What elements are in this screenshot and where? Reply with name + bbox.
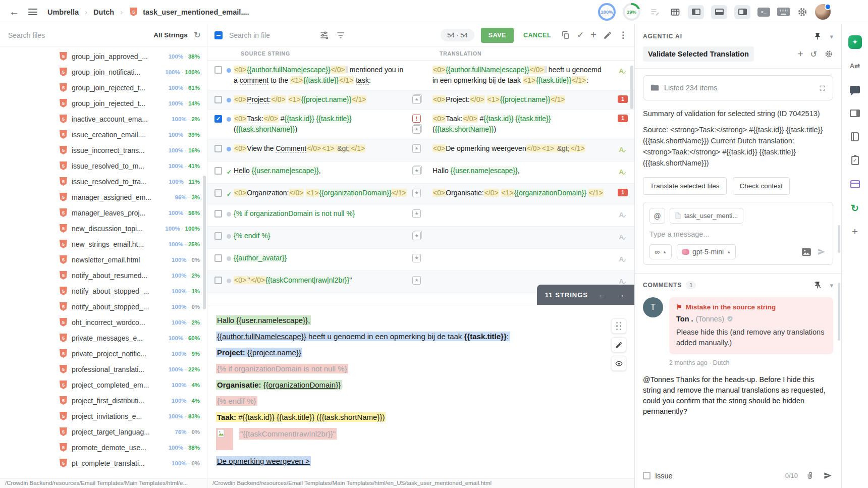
- qa-issues-badge[interactable]: 1: [618, 189, 628, 196]
- search-in-file-input[interactable]: [229, 31, 312, 39]
- layout-bottom-panel-button[interactable]: [711, 5, 727, 19]
- string-row[interactable]: <0>View the Comment</0><1> &gt;</1>★<0>D…: [207, 139, 634, 161]
- string-row[interactable]: ✓<0>Organization:</0> <1>{{organizationD…: [207, 184, 634, 204]
- comment-issue-icon[interactable]: !: [412, 115, 421, 123]
- row-checkbox[interactable]: [214, 167, 222, 175]
- preview-line[interactable]: {% if organizationDomain is not null %}: [216, 363, 604, 374]
- attach-file-icon[interactable]: [805, 471, 814, 480]
- tm-suggestion-icon[interactable]: ★: [412, 276, 421, 285]
- preview-line[interactable]: {% endif %}: [216, 396, 604, 406]
- file-item[interactable]: 5group_join_rejected_t...100%·61%: [0, 80, 207, 95]
- expand-icon[interactable]: [819, 85, 826, 91]
- new-chat-icon[interactable]: +: [797, 48, 803, 60]
- file-item[interactable]: 5new_discussion_topi...100%·100%: [0, 221, 207, 236]
- comments-panel-icon[interactable]: [847, 82, 862, 97]
- string-row[interactable]: <0>{{author.fullName|escape}}</0>mention…: [207, 61, 634, 90]
- source-string-cell[interactable]: <0>{{author.fullName|escape}}</0>mention…: [234, 65, 412, 86]
- row-checkbox[interactable]: [214, 232, 222, 240]
- file-item[interactable]: 5newsletter_email.html100%·0%: [0, 252, 207, 267]
- cancel-button[interactable]: CANCEL: [520, 28, 554, 43]
- file-item[interactable]: 5group_join_notificati...100%·100%: [0, 64, 207, 80]
- string-row[interactable]: <0>Project:</0> <1>{{project.name}}</1>★…: [207, 90, 634, 110]
- row-checkbox[interactable]: [214, 210, 222, 218]
- strings-filter-dropdown[interactable]: All Strings: [153, 31, 188, 39]
- settings-gear-icon[interactable]: [797, 7, 808, 18]
- add-panel-icon[interactable]: +: [847, 224, 862, 239]
- ai-panel-scrollbar[interactable]: [838, 225, 840, 253]
- source-string-cell[interactable]: {% endif %}: [234, 231, 412, 244]
- comments-collapse-chevron-icon[interactable]: ▾: [830, 282, 833, 289]
- send-comment-icon[interactable]: [823, 471, 833, 480]
- source-string-cell[interactable]: {% if organizationDomain is not null %}: [234, 208, 412, 222]
- duplicate-icon[interactable]: ★: [412, 167, 421, 175]
- file-item[interactable]: 5inactive_account_ema...100%·2%: [0, 111, 207, 127]
- preview-line[interactable]: {{author.fullNamelescape}} heeft u genoe…: [216, 331, 604, 342]
- unpin-icon[interactable]: [813, 281, 822, 289]
- tm-suggestion-icon[interactable]: ★: [412, 209, 421, 218]
- preview-line[interactable]: Taak: #{{task.id}} {{task.title}} ({{tas…: [216, 412, 604, 422]
- comment-author[interactable]: Ton .: [676, 315, 693, 323]
- source-string-cell[interactable]: <0>Task:</0> #{{task.id}} {{task.title}}…: [234, 114, 412, 135]
- source-string-cell[interactable]: <0>"</0>{{taskComment|raw|nl2br}}": [234, 275, 412, 289]
- issue-checkbox[interactable]: [643, 472, 650, 479]
- tm-suggestion-icon[interactable]: ★: [412, 144, 421, 153]
- source-string-cell[interactable]: <0>Organization:</0> <1>{{organizationDo…: [234, 188, 412, 200]
- pin-icon[interactable]: [813, 32, 822, 40]
- file-item[interactable]: 5issue_resolved_to_tra...100%·11%: [0, 174, 207, 189]
- translate-selected-files-button[interactable]: Translate selected files: [643, 177, 727, 195]
- file-item[interactable]: 5notify_about_resumed...100%·2%: [0, 267, 207, 283]
- file-item[interactable]: 5project_invitations_e...100%·83%: [0, 408, 207, 424]
- preview-line[interactable]: Hallo {{user.namelescape}},: [216, 315, 604, 326]
- layout-left-panel-button[interactable]: [688, 5, 704, 19]
- source-string-cell[interactable]: {{author_avatar}}: [234, 253, 412, 266]
- breadcrumb-language[interactable]: Dutch: [93, 8, 114, 16]
- translation-cell[interactable]: [432, 231, 611, 244]
- console-icon[interactable]: >_: [757, 8, 770, 17]
- glossary-icon[interactable]: [847, 129, 862, 144]
- comments-scrollbar[interactable]: [838, 283, 840, 341]
- file-item[interactable]: 5new_strings_email.ht...100%·25%: [0, 236, 207, 252]
- translation-cell[interactable]: <0>De opmerking weergeven</0><1> &gt;</1…: [432, 143, 611, 157]
- file-item[interactable]: 5project_target_languag...76%·0%: [0, 424, 207, 440]
- file-item[interactable]: 5manager_assigned_em...96%·3%: [0, 189, 207, 205]
- file-item[interactable]: 5issue_resolved_to_m...100%·41%: [0, 158, 207, 174]
- translated-progress-ring[interactable]: 100%: [598, 3, 616, 21]
- user-avatar[interactable]: [815, 4, 831, 20]
- translation-edit-icon[interactable]: [649, 7, 661, 17]
- preview-link[interactable]: De opmerking weergeven >: [217, 457, 310, 465]
- keyboard-shortcuts-icon[interactable]: [777, 8, 790, 16]
- preview-line[interactable]: "{{taskCommentIrawInl2br}}": [216, 428, 604, 450]
- string-row[interactable]: {{author_avatar}}★A✓: [207, 249, 634, 271]
- file-item[interactable]: 5issue_incorrect_trans...100%·16%: [0, 142, 207, 158]
- history-icon[interactable]: ↺: [810, 49, 817, 59]
- source-string-cell[interactable]: <0>Project:</0> <1>{{project.name}}</1>: [234, 94, 412, 105]
- row-checkbox[interactable]: [214, 96, 222, 103]
- back-button[interactable]: ←: [9, 6, 24, 18]
- edit-pencil-icon[interactable]: [603, 31, 612, 40]
- file-item[interactable]: 5issue_creation_email....100%·39%: [0, 127, 207, 142]
- listed-items-card[interactable]: Listed 234 items: [643, 75, 833, 100]
- side-panels-icon[interactable]: [847, 105, 862, 121]
- file-item[interactable]: 5oht_incorrect_wordco...100%·2%: [0, 314, 207, 330]
- file-item[interactable]: 5manager_leaves_proj...100%·56%: [0, 205, 207, 221]
- table-view-icon[interactable]: [670, 7, 681, 17]
- copy-source-icon[interactable]: [561, 30, 570, 40]
- duplicate-icon[interactable]: ★: [412, 232, 421, 240]
- file-item[interactable]: 5professional_translati...100%·22%: [0, 361, 207, 377]
- preview-edit-icon[interactable]: [611, 337, 626, 352]
- file-item[interactable]: 5group_join_approved_...100%·38%: [0, 48, 207, 64]
- file-item[interactable]: 5pt_complete_translati...100%·0%: [0, 455, 207, 471]
- string-row[interactable]: {% endif %}★A✓: [207, 227, 634, 249]
- preview-eye-icon[interactable]: [611, 356, 626, 371]
- tm-suggestion-icon[interactable]: ★: [412, 189, 421, 197]
- integrations-icon[interactable]: [847, 177, 862, 192]
- file-item[interactable]: 5project_first_distributi...100%·4%: [0, 393, 207, 408]
- file-item[interactable]: 5group_join_rejected_t...100%·14%: [0, 95, 207, 111]
- next-strings-arrow[interactable]: →: [617, 290, 625, 299]
- row-checkbox[interactable]: [214, 145, 222, 152]
- row-checkbox[interactable]: [214, 254, 222, 262]
- preview-line[interactable]: Organisatie: {{organizationDomain}}: [216, 379, 604, 390]
- row-checkbox[interactable]: [214, 189, 222, 197]
- mention-button[interactable]: @: [649, 208, 665, 224]
- attached-file-chip[interactable]: task_user_menti...: [670, 208, 743, 224]
